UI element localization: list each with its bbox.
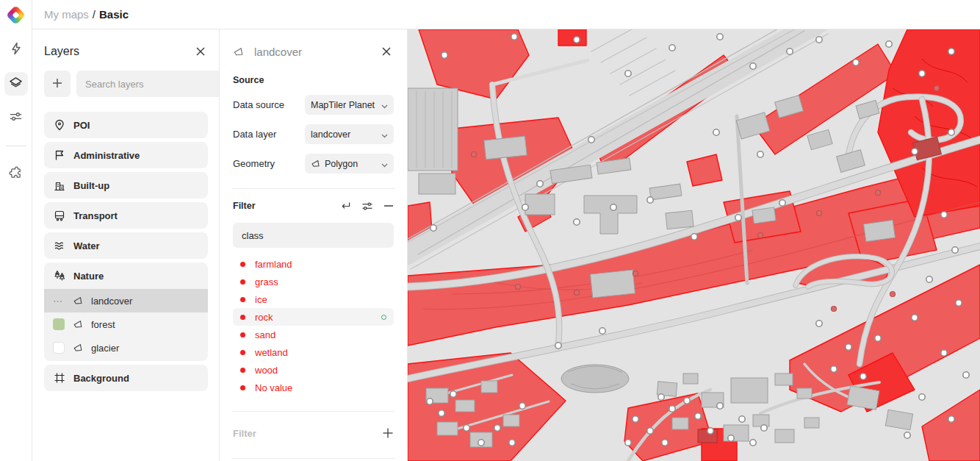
filter-value-ice[interactable]: ice [233,290,394,308]
data-layer-select[interactable]: landcover [305,124,394,144]
section-divider [231,411,395,412]
poi-pin-icon [53,119,65,131]
flag-icon [53,149,65,161]
layer-group-nature-block: Nature ⋯ landcover forest [44,262,208,361]
breadcrumb-current: Basic [99,8,129,21]
layer-group-label: Administrative [73,150,140,161]
layer-group-label: Nature [73,271,104,282]
polygon-icon [73,296,83,306]
maptiler-logo[interactable] [0,0,32,29]
layers-icon [9,76,23,93]
drag-handle-dots[interactable]: ⋯ [53,296,65,307]
close-editor-icon[interactable] [379,44,394,59]
layer-group-administrative[interactable]: Administrative [44,142,208,168]
close-layers-icon[interactable] [193,44,208,59]
filter-value-no-value[interactable]: No value [233,379,394,396]
add-layer-button[interactable] [44,71,71,97]
layer-list: POI Administrative Built-up Transport [44,112,208,391]
maptiler-logo-icon [6,5,26,25]
adjustments-button[interactable] [4,106,28,129]
icon-rail [0,0,32,461]
map-canvas[interactable] [408,29,980,461]
forest-color-swatch[interactable] [53,318,65,330]
geometry-select[interactable]: Polygon [305,154,394,174]
filter-value-label: farmland [255,259,386,270]
layers-tool-button[interactable] [4,72,28,96]
glacier-color-swatch[interactable] [53,342,65,354]
layers-panel-title: Layers [44,45,79,58]
layer-group-poi[interactable]: POI [44,112,208,138]
section-divider [231,188,395,189]
geometry-label: Geometry [233,158,305,169]
breadcrumb-separator: / [93,8,96,21]
app-window: My maps / Basic Layers [0,0,980,461]
filter-value-label: grass [255,276,386,287]
filter-value-sand[interactable]: sand [233,326,394,343]
add-filter-label: Filter [233,428,382,439]
chevron-down-icon [381,157,388,171]
frame-icon [53,372,65,384]
red-dot-icon [240,262,245,267]
lightning-icon [10,42,23,58]
filter-attribute-value: class [242,230,264,241]
data-layer-label: Data layer [233,129,305,140]
green-ring-icon [381,315,386,320]
data-source-label: Data source [233,99,305,110]
filter-value-label: sand [255,329,386,340]
layer-item-glacier[interactable]: glacier [44,336,208,360]
layer-item-forest[interactable]: forest [44,312,208,336]
filter-value-farmland[interactable]: farmland [233,255,394,273]
add-filter-plus-icon[interactable] [382,427,394,439]
filter-value-wood[interactable]: wood [233,361,394,379]
polygon-icon [311,159,320,168]
polygon-icon [73,343,83,353]
filter-value-rock[interactable]: rock [233,308,394,326]
data-source-select[interactable]: MapTiler Planet [305,95,394,115]
layer-group-transport[interactable]: Transport [44,202,208,229]
layer-group-water[interactable]: Water [44,232,208,259]
puzzle-icon [9,166,23,183]
breadcrumb-parent[interactable]: My maps [44,8,89,21]
data-layer-value: landcover [311,129,377,140]
filter-value-label: rock [255,312,372,323]
layer-item-landcover[interactable]: ⋯ landcover [44,289,208,312]
plugins-button[interactable] [4,162,28,186]
red-dot-icon [240,368,245,373]
data-source-value: MapTiler Planet [311,100,377,110]
red-dot-icon [240,315,245,320]
layer-group-label: Transport [73,210,118,221]
map-viewport[interactable] [408,29,980,461]
filter-value-label: ice [255,294,386,305]
layer-group-nature[interactable]: Nature [44,262,208,289]
revert-filter-icon[interactable] [340,201,351,211]
layer-group-built-up[interactable]: Built-up [44,172,208,199]
layer-group-background[interactable]: Background [44,365,208,391]
collapse-filter-icon[interactable] [383,204,394,207]
polygon-icon [233,46,244,57]
topbar: My maps / Basic [32,0,980,29]
red-dot-icon [240,385,245,390]
red-dot-icon [240,350,245,355]
quick-actions-button[interactable] [4,38,28,62]
layer-item-label: glacier [91,343,119,354]
sliders-icon [9,110,23,126]
trees-icon [53,270,65,282]
polygon-icon [73,319,83,329]
filter-value-wetland[interactable]: wetland [233,343,394,361]
filter-attribute-field[interactable]: class [233,223,394,248]
layer-group-label: Water [73,240,100,251]
filter-settings-icon[interactable] [361,201,373,211]
layers-panel: Layers POI [32,29,220,461]
red-dot-icon [240,297,245,302]
geometry-value: Polygon [325,159,377,169]
filter-value-grass[interactable]: grass [233,273,394,290]
rail-divider [6,146,26,146]
filter-values-list: farmland grass ice rock [233,255,394,396]
plus-icon [51,77,63,91]
search-layers-input[interactable] [76,71,220,97]
red-dot-icon [240,279,245,285]
editor-layer-title: landcover [254,46,379,58]
bus-icon [53,210,65,221]
layer-group-label: POI [73,120,90,131]
layer-item-label: forest [91,319,115,330]
